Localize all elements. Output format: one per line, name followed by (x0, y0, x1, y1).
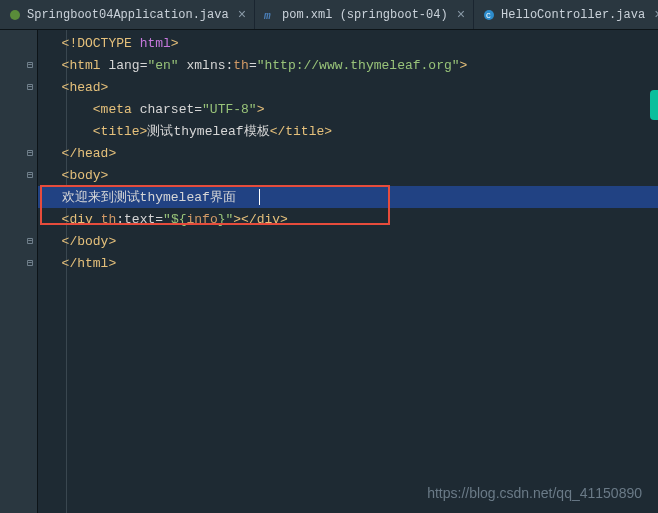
close-icon[interactable]: × (457, 7, 465, 23)
fold-close-icon[interactable]: ⊟ (24, 235, 36, 247)
svg-point-0 (10, 10, 20, 20)
tab-label: pom.xml (springboot-04) (282, 8, 448, 22)
code-line: <!DOCTYPE html> (38, 32, 658, 54)
tab-pom[interactable]: m pom.xml (springboot-04) × (255, 0, 474, 29)
editor-tabs: Springboot04Application.java × m pom.xml… (0, 0, 658, 30)
class-icon: C (482, 8, 496, 22)
fold-open-icon[interactable]: ⊟ (24, 81, 36, 93)
fold-close-icon[interactable]: ⊟ (24, 257, 36, 269)
code-editor[interactable]: <!DOCTYPE html> ⊟ <html lang="en" xmlns:… (0, 30, 658, 513)
code-line: ⊟ <html lang="en" xmlns:th="http://www.t… (38, 54, 658, 76)
text-cursor (259, 189, 260, 205)
fold-open-icon[interactable]: ⊟ (24, 169, 36, 181)
close-icon[interactable]: × (238, 7, 246, 23)
tab-label: HelloController.java (501, 8, 645, 22)
svg-text:m: m (264, 10, 271, 21)
svg-text:C: C (486, 11, 491, 20)
code-line: ⊟ </head> (38, 142, 658, 164)
gutter (0, 30, 38, 513)
code-line-active: 欢迎来到测试thymeleaf界面 (38, 186, 658, 208)
code-line: ⊟ <head> (38, 76, 658, 98)
code-line: <div th:text="${info}"></div> (38, 208, 658, 230)
code-line: ⊟ </body> (38, 230, 658, 252)
fold-open-icon[interactable]: ⊟ (24, 59, 36, 71)
code-line: <meta charset="UTF-8"> (38, 98, 658, 120)
tab-springboot-app[interactable]: Springboot04Application.java × (0, 0, 255, 29)
code-line: ⊟ <body> (38, 164, 658, 186)
code-line: ⊟ </html> (38, 252, 658, 274)
maven-icon: m (263, 8, 277, 22)
side-indicator[interactable] (650, 90, 658, 120)
code-line: <title>测试thymeleaf模板</title> (38, 120, 658, 142)
tab-label: Springboot04Application.java (27, 8, 229, 22)
fold-close-icon[interactable]: ⊟ (24, 147, 36, 159)
tab-hellocontroller[interactable]: C HelloController.java × (474, 0, 658, 29)
code-area[interactable]: <!DOCTYPE html> ⊟ <html lang="en" xmlns:… (38, 30, 658, 513)
java-icon (8, 8, 22, 22)
close-icon[interactable]: × (654, 7, 658, 23)
watermark: https://blog.csdn.net/qq_41150890 (427, 485, 642, 501)
